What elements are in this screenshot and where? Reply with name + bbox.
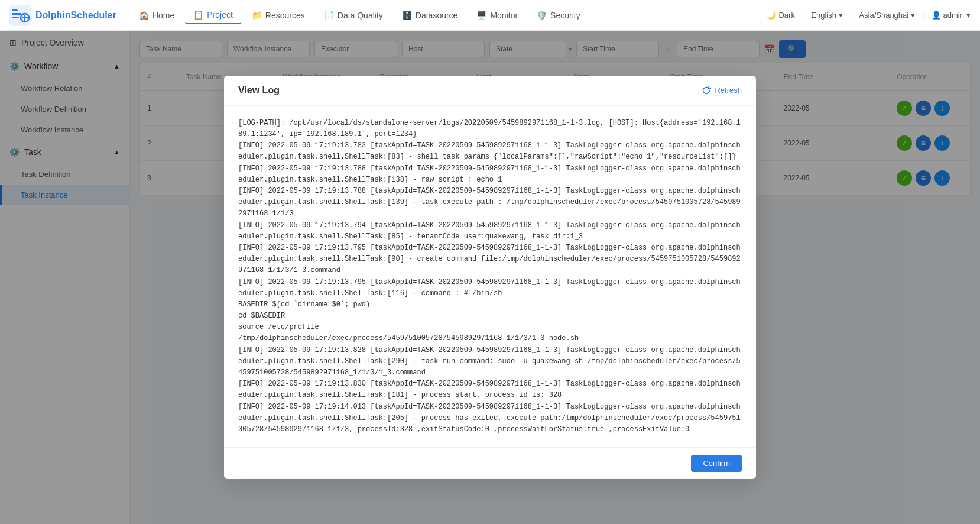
nav-resources[interactable]: 📁 Resources: [244, 7, 313, 24]
monitor-icon: 🖥️: [476, 11, 486, 20]
theme-toggle[interactable]: 🌙 Dark: [767, 11, 794, 20]
logo-icon: [9, 5, 31, 26]
language-selector[interactable]: English ▾: [811, 11, 843, 20]
view-log-modal: View Log Refresh [LOG-PATH]: /opt/usr/lo…: [224, 76, 756, 479]
theme-icon: 🌙: [767, 11, 776, 20]
home-icon: 🏠: [139, 11, 149, 20]
modal-overlay[interactable]: View Log Refresh [LOG-PATH]: /opt/usr/lo…: [0, 31, 980, 524]
user-menu[interactable]: 👤 admin ▾: [932, 11, 971, 20]
svg-rect-1: [12, 9, 18, 11]
nav-monitor[interactable]: 🖥️ Monitor: [468, 7, 526, 24]
refresh-button[interactable]: Refresh: [702, 86, 742, 95]
nav-datasource[interactable]: 🗄️ Datasource: [394, 7, 466, 24]
timezone-selector[interactable]: Asia/Shanghai ▾: [859, 11, 915, 20]
resources-icon: 📁: [252, 11, 262, 20]
modal-body: [LOG-PATH]: /opt/usr/local/ds/standalone…: [224, 106, 756, 447]
timezone-chevron-icon: ▾: [911, 11, 915, 20]
security-icon: 🛡️: [537, 11, 547, 20]
datasource-icon: 🗄️: [402, 11, 412, 20]
nav-home[interactable]: 🏠 Home: [131, 7, 183, 24]
app-name: DolphinScheduler: [35, 10, 116, 21]
svg-rect-3: [12, 17, 19, 18]
modal-footer: Confirm: [224, 447, 756, 479]
modal-title: View Log: [238, 85, 280, 96]
log-content: [LOG-PATH]: /opt/usr/local/ds/standalone…: [238, 118, 742, 435]
user-chevron-icon: ▾: [966, 11, 971, 20]
nav-security[interactable]: 🛡️ Security: [528, 7, 589, 24]
nav-right: 🌙 Dark | English ▾ | Asia/Shanghai ▾ | 👤…: [767, 11, 971, 20]
confirm-button[interactable]: Confirm: [691, 455, 742, 472]
nav-items: 🏠 Home 📋 Project 📁 Resources 📄 Data Qual…: [131, 7, 767, 24]
nav-data-quality[interactable]: 📄 Data Quality: [316, 7, 391, 24]
user-icon: 👤: [932, 11, 941, 20]
nav-project[interactable]: 📋 Project: [185, 7, 241, 24]
language-chevron-icon: ▾: [839, 11, 843, 20]
app-logo[interactable]: DolphinScheduler: [9, 5, 116, 26]
refresh-icon: [702, 86, 711, 95]
top-nav: DolphinScheduler 🏠 Home 📋 Project 📁 Reso…: [0, 0, 980, 31]
data-quality-icon: 📄: [324, 11, 334, 20]
project-icon: 📋: [193, 10, 203, 20]
svg-rect-2: [12, 13, 21, 15]
modal-header: View Log Refresh: [224, 76, 756, 106]
